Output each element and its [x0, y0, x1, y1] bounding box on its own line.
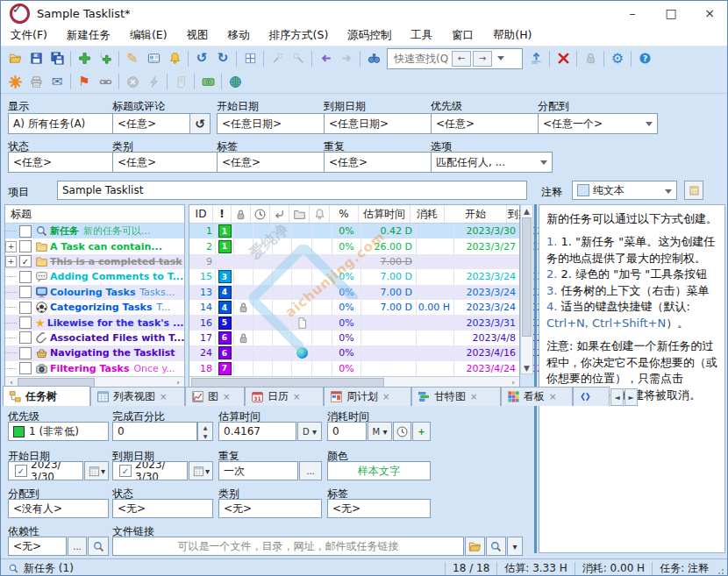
task-checkbox[interactable]	[19, 316, 32, 329]
task-checkbox[interactable]	[19, 347, 32, 359]
unit-button[interactable]: D ▾	[297, 422, 322, 441]
task-row[interactable]: +✓This is a completed task	[5, 254, 184, 269]
menu-item-排序方式(S)[interactable]: 排序方式(S)	[260, 25, 339, 46]
filter-分配到-combo[interactable]: <任意一个>	[538, 113, 658, 134]
open-tasklist-button[interactable]	[4, 49, 25, 68]
quick-find-dropdown[interactable]	[497, 56, 504, 60]
new-task-button[interactable]	[74, 49, 95, 68]
find-next-button[interactable]: →	[473, 51, 492, 67]
vertical-scrollbar[interactable]: ▲▼	[520, 204, 533, 374]
task-row[interactable]: 新任务新的任务可以...	[5, 224, 184, 238]
find-prev-button[interactable]: ←	[452, 51, 471, 67]
find-tasks-button[interactable]	[363, 49, 384, 68]
donate-button[interactable]	[197, 72, 218, 91]
menu-item-源码控制[interactable]: 源码控制	[338, 25, 401, 46]
add-time-button[interactable]: +	[412, 422, 431, 441]
task-columns-row[interactable]: 1440%7.00 D0.00 H2023/3/242023/	[189, 300, 519, 315]
percent-column-header[interactable]: %	[330, 205, 359, 223]
task-checkbox[interactable]	[19, 240, 32, 252]
tab-scroll-left[interactable]: ◄	[610, 388, 624, 406]
task-columns-row[interactable]: 1760%2023/4/82023/	[189, 331, 519, 345]
start-column-header[interactable]: 开始	[445, 205, 507, 223]
quick-find-input[interactable]	[392, 52, 450, 66]
filelink-browse-button[interactable]	[465, 537, 485, 556]
filter-重复-combo[interactable]: <任意>	[324, 152, 446, 173]
attr-类别-value[interactable]: <无>	[218, 499, 322, 518]
attr-开始日期-value[interactable]: ✓2023/ 3/30	[8, 461, 83, 480]
resize-grip[interactable]	[717, 566, 726, 575]
menu-item-编辑(E)[interactable]: 编辑(E)	[120, 25, 177, 46]
menu-item-窗口[interactable]: 窗口	[442, 25, 483, 46]
calendar-drop-button[interactable]: ▾	[189, 461, 213, 480]
unit-button[interactable]: M ▾	[368, 422, 392, 441]
tab-列表视图[interactable]: 列表视图×	[90, 387, 185, 406]
task-checkbox[interactable]	[19, 302, 32, 314]
attr-文件链接-value[interactable]: 可以是一个文件，目录，网址，邮件或任务链接	[112, 537, 464, 556]
recurrence-column-header[interactable]	[270, 205, 289, 223]
edit-task-button[interactable]: ✎	[122, 49, 143, 68]
project-input[interactable]	[57, 181, 527, 200]
spent-column-header[interactable]: 消耗	[410, 205, 445, 223]
maximize-view-button[interactable]	[525, 49, 546, 68]
attr-完成百分比-value[interactable]: 0	[112, 422, 197, 441]
date-checkbox[interactable]: ✓	[119, 465, 132, 477]
estimate-column-header[interactable]: 估算时间	[359, 205, 410, 223]
ellipsis-button[interactable]: ...	[68, 537, 87, 556]
tab-日历[interactable]: 31日历×	[245, 387, 324, 406]
preferences-gear-button[interactable]: ⚙	[607, 49, 628, 68]
task-checkbox[interactable]	[19, 271, 32, 283]
attr-估算时间-value[interactable]: 0.4167	[218, 422, 296, 441]
scroll-up-arrow[interactable]: ▲	[521, 205, 532, 217]
tab-看板[interactable]: 看板×	[501, 387, 573, 406]
password-lock-button[interactable]	[580, 49, 601, 68]
task-row[interactable]: Filtering TasksOnce y...	[5, 361, 184, 376]
attr-优先级-value[interactable]: 1 (非常低)	[8, 422, 109, 441]
task-checkbox[interactable]	[19, 362, 32, 374]
ellipsis-button[interactable]: ...	[299, 461, 322, 480]
filelink-column-header[interactable]	[289, 205, 310, 223]
attr-标签-value[interactable]: <无>	[327, 499, 431, 518]
scroll-right-arrow[interactable]: ›	[172, 378, 184, 387]
tab-周计划[interactable]: 周计划×	[324, 387, 411, 406]
new-subtask-button[interactable]	[95, 49, 116, 68]
attr-依赖性-value[interactable]: <无>	[8, 537, 67, 556]
filelink-view-button[interactable]	[486, 537, 506, 556]
priority-column-header[interactable]: !	[213, 205, 232, 223]
attr-分配到-value[interactable]: <没有人>	[8, 499, 109, 518]
outdent-task-button[interactable]	[288, 49, 309, 68]
filter-优先级-combo[interactable]: <任意>	[431, 113, 553, 134]
dependency-find-button[interactable]	[88, 537, 109, 556]
back-button[interactable]	[315, 49, 336, 68]
close-button[interactable]: ×	[690, 1, 728, 25]
tab-图[interactable]: 图×	[185, 387, 245, 406]
lock-column-header[interactable]	[232, 205, 251, 223]
tab-more[interactable]	[573, 387, 610, 406]
link-chain-button[interactable]	[95, 72, 116, 91]
task-checkbox[interactable]	[19, 225, 32, 238]
task-checkbox[interactable]	[19, 286, 32, 298]
forward-button[interactable]	[336, 49, 357, 68]
task-row[interactable]: Categorizing TasksT...	[5, 300, 184, 315]
minimize-button[interactable]: –	[613, 1, 652, 25]
title-filter-refresh-button[interactable]: ↺	[189, 113, 211, 134]
menu-item-移动[interactable]: 移动	[218, 25, 260, 46]
tab-close-icon[interactable]: ×	[470, 392, 477, 402]
reminder-column-header[interactable]	[310, 205, 330, 223]
attr-状态-value[interactable]: <无>	[112, 499, 213, 518]
id-column-header[interactable]: ID	[189, 205, 213, 223]
task-columns-row[interactable]: 1650%2023/3/31202	[189, 315, 519, 330]
menu-item-视图[interactable]: 视图	[177, 25, 218, 46]
menu-item-文件(F)[interactable]: 文件(F)	[1, 25, 57, 46]
website-globe-button[interactable]	[225, 72, 246, 91]
date-checkbox[interactable]: ✓	[15, 465, 27, 477]
task-attributes-button[interactable]	[143, 49, 164, 68]
filter-开始日期-combo[interactable]: <任意日期>	[217, 113, 339, 134]
tab-close-icon[interactable]: ×	[549, 392, 556, 402]
tab-close-icon[interactable]: ×	[160, 392, 167, 402]
indent-task-button[interactable]	[267, 49, 288, 68]
time-track-button[interactable]	[393, 422, 411, 441]
locate-task-button[interactable]	[239, 49, 261, 68]
comments-pane[interactable]: 新的任务可以通过以下方式创建。 1. 1. "新任务 "菜单。这为创建任务的地点…	[539, 204, 725, 553]
undo-button[interactable]: ↺	[191, 49, 212, 68]
save-all-button[interactable]	[46, 49, 68, 68]
